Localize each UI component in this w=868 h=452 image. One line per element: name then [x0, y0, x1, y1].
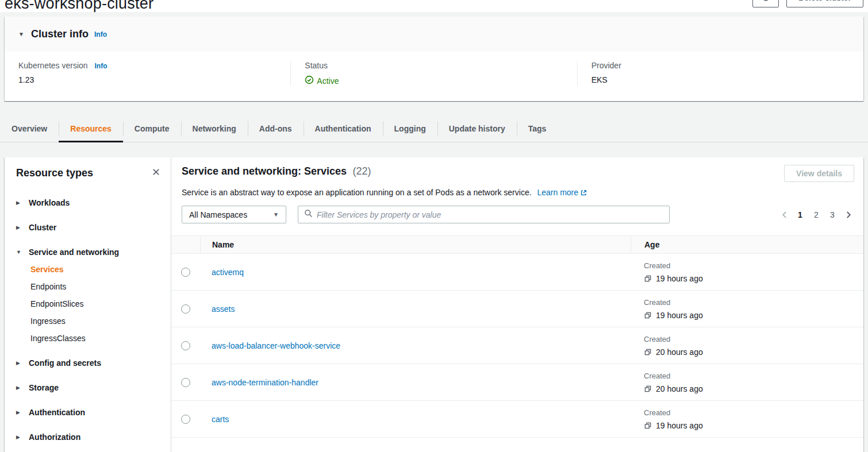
- kubernetes-version-label: Kubernetes version: [18, 61, 88, 70]
- namespace-select-value: All Namespaces: [189, 210, 247, 219]
- refresh-icon: [761, 0, 771, 3]
- sidebar-item-endpointslices[interactable]: EndpointSlices: [16, 295, 162, 312]
- view-details-button[interactable]: View details: [784, 165, 854, 182]
- provider-field: Provider EKS: [577, 61, 863, 86]
- sidebar-item-ingresses[interactable]: Ingresses: [16, 312, 162, 330]
- sidebar-group-config-and-secrets[interactable]: ▶ Config and secrets: [16, 354, 162, 372]
- page-title: eks-workshop-cluster: [5, 0, 868, 13]
- sidebar-item-endpoints[interactable]: Endpoints: [16, 278, 162, 295]
- resource-tree: ▶ Workloads ▶ Cluster ▼ Service and netw…: [16, 194, 162, 446]
- tab-update-history[interactable]: Update history: [437, 115, 517, 142]
- page-1-button[interactable]: 1: [794, 208, 806, 222]
- created-label: Created: [644, 261, 863, 270]
- page-2-button[interactable]: 2: [811, 208, 822, 222]
- sidebar-item-ingressclasses[interactable]: IngressClasses: [16, 330, 162, 347]
- copy-icon[interactable]: [644, 311, 652, 319]
- sidebar-item-services[interactable]: Services: [16, 261, 162, 278]
- row-radio[interactable]: [181, 304, 190, 314]
- service-link[interactable]: activemq: [212, 268, 244, 277]
- provider-label: Provider: [592, 61, 863, 70]
- tab-compute[interactable]: Compute: [123, 115, 181, 142]
- row-radio[interactable]: [181, 268, 190, 277]
- table-row: aws-load-balancer-webhook-service Create…: [171, 327, 863, 364]
- sidebar-group-authentication[interactable]: ▶ Authentication: [16, 404, 162, 421]
- status-active-icon: [305, 75, 314, 86]
- collapsed-caret-icon: ▶: [16, 225, 29, 230]
- namespace-select[interactable]: All Namespaces ▼: [182, 206, 286, 223]
- cluster-info-info-link[interactable]: Info: [94, 30, 107, 38]
- services-table: Name Age activemq Created 19 hours ago a…: [171, 235, 863, 452]
- collapsed-caret-icon: ▶: [16, 360, 29, 366]
- collapsed-caret-icon: ▶: [16, 434, 29, 440]
- sidebar-group-workloads[interactable]: ▶ Workloads: [16, 194, 162, 211]
- tab-networking[interactable]: Networking: [181, 115, 248, 142]
- table-row: carts Created 19 hours ago: [171, 401, 863, 438]
- cluster-info-title: Cluster info: [31, 28, 89, 40]
- provider-value: EKS: [592, 75, 863, 84]
- kubernetes-version-info-link[interactable]: Info: [95, 62, 107, 70]
- sidebar-group-cluster[interactable]: ▶ Cluster: [16, 219, 162, 236]
- pagination: 1 2 3: [778, 208, 854, 222]
- next-page-button[interactable]: [843, 208, 854, 222]
- tab-resources[interactable]: Resources: [59, 115, 123, 142]
- service-link[interactable]: assets: [212, 304, 235, 314]
- tab-tags[interactable]: Tags: [517, 115, 558, 142]
- copy-icon[interactable]: [644, 275, 652, 283]
- sidebar-group-storage[interactable]: ▶ Storage: [16, 379, 162, 396]
- resources-card: Resource types ▶ Workloads ▶: [5, 157, 863, 452]
- collapsed-caret-icon: ▶: [16, 200, 29, 206]
- copy-icon[interactable]: [644, 385, 652, 393]
- search-icon: [304, 209, 313, 220]
- service-link[interactable]: aws-node-termination-handler: [212, 378, 318, 387]
- row-radio[interactable]: [181, 341, 190, 350]
- tab-add-ons[interactable]: Add-ons: [248, 115, 304, 142]
- external-link-icon: [580, 189, 587, 198]
- close-icon: [152, 168, 160, 178]
- close-sidebar-button[interactable]: [151, 167, 162, 179]
- copy-icon[interactable]: [644, 348, 652, 356]
- tab-authentication[interactable]: Authentication: [304, 115, 383, 142]
- row-radio[interactable]: [181, 415, 190, 424]
- created-label: Created: [644, 408, 863, 417]
- chevron-down-icon: ▼: [273, 211, 279, 218]
- created-label: Created: [644, 372, 863, 380]
- learn-more-link[interactable]: Learn more: [537, 188, 587, 197]
- cluster-tabs: Overview Resources Compute Networking Ad…: [0, 115, 868, 142]
- created-label: Created: [644, 335, 863, 343]
- previous-page-button[interactable]: [778, 208, 790, 222]
- status-value: Active: [305, 75, 577, 86]
- age-value: 20 hours ago: [656, 384, 703, 393]
- eks-console-page: eks-workshop-cluster Delete cluster ▼ Cl…: [0, 0, 868, 452]
- table-row: assets Created 19 hours ago: [171, 291, 863, 327]
- services-filter-input[interactable]: [317, 210, 663, 219]
- row-radio[interactable]: [181, 378, 190, 387]
- cluster-info-expander[interactable]: ▼ Cluster info Info: [5, 17, 863, 52]
- services-description: Service is an abstract way to expose an …: [182, 188, 532, 197]
- page-header: eks-workshop-cluster Delete cluster: [0, 0, 868, 12]
- copy-icon[interactable]: [644, 422, 652, 430]
- header-actions: Delete cluster: [752, 0, 863, 7]
- table-row-partial: Created: [171, 438, 863, 452]
- collapsed-caret-icon: ▶: [16, 409, 29, 415]
- services-pane: Service and networking: Services (22) Vi…: [171, 157, 863, 452]
- sidebar-group-service-and-networking[interactable]: ▼ Service and networking: [16, 244, 162, 261]
- sidebar-group-authorization[interactable]: ▶ Authorization: [16, 428, 162, 446]
- service-link[interactable]: aws-load-balancer-webhook-service: [212, 341, 340, 350]
- expand-caret-icon: ▼: [18, 31, 31, 37]
- table-header: Name Age: [171, 235, 863, 254]
- age-value: 19 hours ago: [656, 274, 703, 283]
- page-3-button[interactable]: 3: [827, 208, 838, 222]
- delete-cluster-button[interactable]: Delete cluster: [786, 0, 863, 7]
- tab-logging[interactable]: Logging: [383, 115, 437, 142]
- table-row: activemq Created 19 hours ago: [171, 254, 863, 291]
- age-column-header: Age: [631, 236, 863, 253]
- status-label: Status: [305, 61, 577, 70]
- age-value: 20 hours ago: [656, 347, 703, 357]
- name-column-header: Name: [200, 236, 631, 253]
- refresh-button[interactable]: [752, 0, 779, 7]
- service-link[interactable]: carts: [212, 415, 229, 424]
- services-filter-box: [298, 206, 670, 223]
- services-count: (22): [353, 165, 371, 177]
- tab-overview[interactable]: Overview: [0, 115, 59, 142]
- expanded-caret-icon: ▼: [16, 249, 29, 255]
